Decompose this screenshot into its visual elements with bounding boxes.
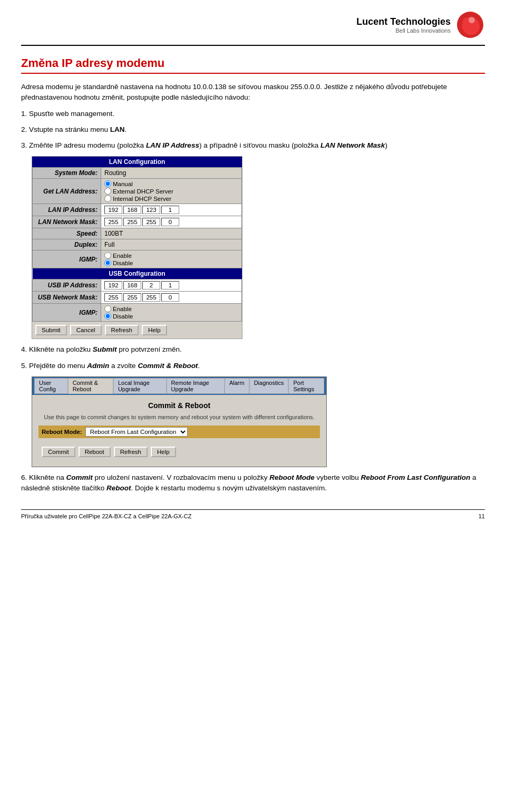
usb-section-header-row: USB Configuration — [33, 268, 242, 279]
page-footer: Příručka uživatele pro CellPipe 22A-BX-C… — [21, 509, 485, 519]
lan-mask-label: LAN Network Mask: — [33, 216, 101, 228]
cancel-button[interactable]: Cancel — [70, 325, 102, 335]
duplex-label: Duplex: — [33, 239, 101, 250]
commit-button[interactable]: Commit — [42, 447, 75, 457]
lan-config-panel: LAN Configuration System Mode: Routing G… — [32, 156, 242, 339]
lan-mask-1[interactable] — [104, 218, 122, 226]
get-lan-value: Manual External DHCP Server Internal DHC… — [101, 179, 242, 204]
lan-mask-row: LAN Network Mask: — [33, 216, 242, 228]
reboot-mode-select[interactable]: Reboot From Last Configuration — [85, 427, 188, 437]
commit-reboot-panel: User Config Commit & Reboot Local Image … — [32, 376, 327, 467]
usb-igmp-disable[interactable]: Disable — [104, 313, 238, 320]
usb-mask-4[interactable] — [161, 293, 179, 302]
system-mode-label: System Mode: — [33, 168, 101, 179]
reboot-mode-label: Reboot Mode: — [42, 429, 82, 435]
refresh-button[interactable]: Refresh — [105, 325, 139, 335]
radio-manual[interactable]: Manual — [104, 180, 238, 187]
step3-text: 3. Změňte IP adresu modemu (položka LAN … — [21, 140, 485, 151]
lucent-logo-icon — [456, 11, 485, 40]
commit-help-button[interactable]: Help — [151, 447, 176, 457]
lan-ip-1[interactable] — [104, 206, 122, 214]
usb-mask-row: USB Network Mask: — [33, 292, 242, 304]
lan-buttons-row: Submit Cancel Refresh Help — [32, 322, 242, 339]
usb-ip-2[interactable] — [123, 281, 141, 289]
page-title: Změna IP adresy modemu — [21, 56, 485, 74]
nav-port-settings[interactable]: Port Settings — [288, 378, 324, 394]
step5-text: 5. Přejděte do menu Admin a zvolte Commi… — [21, 361, 485, 371]
commit-buttons-row: Commit Reboot Refresh Help — [38, 443, 320, 460]
speed-value: 100BT — [101, 228, 242, 239]
nav-local-image[interactable]: Local Image Upgrade — [113, 378, 167, 394]
footer-left: Příručka uživatele pro CellPipe 22A-BX-C… — [21, 513, 191, 519]
usb-mask-1[interactable] — [104, 293, 122, 302]
nav-diagnostics[interactable]: Diagnostics — [249, 378, 289, 394]
duplex-row: Duplex: Full — [33, 239, 242, 250]
commit-title: Commit & Reboot — [38, 401, 320, 410]
lan-ip-value — [101, 204, 242, 216]
lan-ip-4[interactable] — [161, 206, 179, 214]
step1-text: 1. Spusťte web management. — [21, 109, 485, 119]
nav-alarm[interactable]: Alarm — [225, 378, 249, 394]
usb-ip-value — [101, 279, 242, 292]
lan-mask-value — [101, 216, 242, 228]
usb-igmp-row: IGMP: Enable Disable — [33, 304, 242, 322]
nav-user-config[interactable]: User Config — [34, 378, 68, 394]
help-button[interactable]: Help — [142, 325, 167, 335]
lan-mask-2[interactable] — [123, 218, 141, 226]
usb-mask-3[interactable] — [142, 293, 160, 302]
svg-point-1 — [469, 17, 475, 23]
lan-ip-label: LAN IP Address: — [33, 204, 101, 216]
igmp-enable[interactable]: Enable — [104, 252, 238, 259]
usb-ip-3[interactable] — [142, 281, 160, 289]
igmp-label: IGMP: — [33, 250, 101, 268]
lan-mask-inputs — [104, 218, 238, 226]
radio-internal-dhcp[interactable]: Internal DHCP Server — [104, 195, 238, 202]
lan-ip-2[interactable] — [123, 206, 141, 214]
usb-igmp-radio-group: Enable Disable — [104, 305, 238, 320]
system-mode-row: System Mode: Routing — [33, 168, 242, 179]
igmp-disable[interactable]: Disable — [104, 259, 238, 266]
usb-mask-2[interactable] — [123, 293, 141, 302]
tagline: Bell Labs Innovations — [356, 27, 451, 34]
commit-desc: Use this page to commit changes to syste… — [38, 414, 320, 420]
lan-ip-3[interactable] — [142, 206, 160, 214]
usb-ip-1[interactable] — [104, 281, 122, 289]
reboot-button[interactable]: Reboot — [79, 447, 111, 457]
get-lan-label: Get LAN Address: — [33, 179, 101, 204]
usb-ip-4[interactable] — [161, 281, 179, 289]
speed-row: Speed: 100BT — [33, 228, 242, 239]
lan-ip-inputs — [104, 206, 238, 214]
lan-ip-row: LAN IP Address: — [33, 204, 242, 216]
usb-section-header: USB Configuration — [33, 268, 242, 279]
lan-mask-4[interactable] — [161, 218, 179, 226]
system-mode-value: Routing — [101, 168, 242, 179]
nav-remote-image[interactable]: Remote Image Upgrade — [167, 378, 225, 394]
get-lan-row: Get LAN Address: Manual External DHCP Se… — [33, 179, 242, 204]
usb-ip-inputs — [104, 281, 238, 289]
igmp-radio-group: Enable Disable — [104, 252, 238, 266]
lan-mask-3[interactable] — [142, 218, 160, 226]
radio-external-dhcp[interactable]: External DHCP Server — [104, 188, 238, 195]
footer-page-number: 11 — [479, 513, 485, 519]
get-lan-radio-group: Manual External DHCP Server Internal DHC… — [104, 180, 238, 202]
logo-text: Lucent Technologies Bell Labs Innovation… — [356, 16, 451, 34]
usb-igmp-label: IGMP: — [33, 304, 101, 322]
commit-refresh-button[interactable]: Refresh — [114, 447, 148, 457]
usb-mask-inputs — [104, 293, 238, 302]
logo-area: Lucent Technologies Bell Labs Innovation… — [356, 11, 485, 40]
submit-button[interactable]: Submit — [35, 325, 67, 335]
usb-igmp-enable[interactable]: Enable — [104, 305, 238, 312]
nav-commit-reboot[interactable]: Commit & Reboot — [68, 378, 113, 394]
lan-config-table: System Mode: Routing Get LAN Address: Ma… — [32, 167, 242, 322]
usb-ip-row: USB IP Address: — [33, 279, 242, 292]
commit-nav: User Config Commit & Reboot Local Image … — [32, 377, 326, 395]
step2-text: 2. Vstupte na stránku menu LAN. — [21, 124, 485, 135]
usb-mask-label: USB Network Mask: — [33, 292, 101, 304]
usb-mask-value — [101, 292, 242, 304]
step6-text: 6. Klikněte na Commit pro uložení nastav… — [21, 472, 485, 494]
usb-ip-label: USB IP Address: — [33, 279, 101, 292]
step4-text: 4. Klikněte na položku Submit pro potvrz… — [21, 344, 485, 355]
company-name: Lucent Technologies — [356, 16, 451, 27]
duplex-value: Full — [101, 239, 242, 250]
commit-body: Commit & Reboot Use this page to commit … — [32, 395, 326, 467]
